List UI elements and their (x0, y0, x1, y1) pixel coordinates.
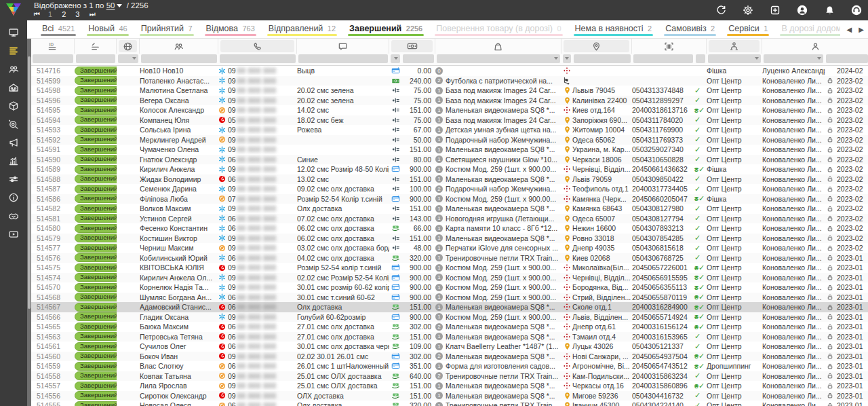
tab-7[interactable]: Повернення товару (в дорозі) 0 (429, 20, 568, 38)
sidebar-monitor-icon[interactable] (5, 26, 22, 39)
order-row-514593[interactable]: 514593ЗавершенийСольська Ірина0988 888 8… (31, 125, 868, 135)
order-row-514716[interactable]: 514716ЗавершенийНов10 Нов100988 888 888В… (31, 66, 868, 76)
column-filter-input-9[interactable] (437, 54, 560, 63)
order-row-514588[interactable]: 514588ЗавершенийЖидак Володимир0688 888 … (31, 174, 868, 185)
table-vertical-scrollbar[interactable] (27, 39, 31, 406)
tab-4[interactable]: Відмова 763 (199, 20, 262, 38)
column-filter-input-7[interactable] (391, 54, 400, 63)
column-filter-input-13[interactable] (696, 54, 705, 63)
last-page-icon[interactable]: ⏭ (89, 10, 94, 18)
order-row-514576[interactable]: 514576ЗавершенийКобилинський Юрий0688 88… (31, 253, 868, 263)
tab-6[interactable]: Завершений 2256 (342, 20, 429, 38)
avatar-icon[interactable] (796, 4, 808, 16)
order-row-514586[interactable]: 514586ЗавершенийФіліпова Люба0788 888 88… (31, 194, 868, 204)
column-header-barcode-icon[interactable] (632, 39, 707, 54)
sidebar-video-icon[interactable] (5, 227, 22, 241)
column-filter-input-16[interactable] (826, 54, 868, 63)
column-header-id-col-icon[interactable]: ID (31, 39, 75, 54)
column-header-hierarchy-icon[interactable] (707, 39, 762, 54)
tabs-scroll-right-icon[interactable]: ▶ (859, 26, 864, 33)
column-header-comment-icon[interactable] (297, 39, 389, 54)
tab-2[interactable]: Новый 46 (81, 20, 134, 38)
order-row-514568[interactable]: 514568ЗавершенийШумляс Богдана Ан...0688… (31, 293, 868, 303)
order-row-514577[interactable]: 514577ЗавершенийЧерниш Максим0988 888 88… (31, 243, 868, 253)
sidebar-info-icon[interactable] (5, 191, 22, 204)
sidebar-stats-icon[interactable] (5, 154, 22, 168)
first-page-icon[interactable]: ⏮ (34, 10, 39, 18)
tab-1[interactable]: Всі 4521 (35, 20, 81, 38)
per-page-select[interactable]: 50 (106, 1, 115, 10)
order-row-514590[interactable]: 514590ЗавершенийГнатюк Олексндр0688 888 … (31, 155, 868, 165)
gear-icon[interactable] (742, 4, 754, 16)
add-box-icon[interactable] (769, 4, 781, 16)
sidebar-warehouse-icon[interactable] (5, 81, 22, 94)
sidebar-sliders-icon[interactable] (5, 172, 22, 186)
order-row-514561[interactable]: 514561ЗавершенийСучилов Олег0688 888 888… (31, 342, 868, 352)
per-page-caret-icon[interactable] (117, 4, 122, 7)
column-header-pin-icon[interactable] (561, 39, 632, 54)
order-row-514575[interactable]: 514575ЗавершенийКВІТОВСЬКА ЮЛІЯ0988 888 … (31, 263, 868, 273)
order-row-514558[interactable]: 514558ЗавершенийКовпак Татьяна0988 888 8… (31, 371, 868, 382)
filter-dropdown-icon[interactable] (755, 57, 759, 60)
order-row-514599[interactable]: 514599ЗавершенийПотапенко Анастас...0988… (31, 76, 868, 86)
order-row-514592[interactable]: 514592ЗавершенийМерклингер Андрей0988 88… (31, 135, 868, 145)
column-filter-input-11[interactable] (574, 54, 631, 63)
column-filter-input-5[interactable] (220, 54, 296, 63)
order-row-514560[interactable]: 514560ЗавершенийБокоч Иван0988 888 88802… (31, 352, 868, 362)
column-filter-input-3[interactable] (118, 54, 138, 63)
filter-dropdown-icon[interactable] (565, 57, 569, 60)
sidebar-orders-list-icon[interactable] (5, 44, 22, 58)
order-row-514580[interactable]: 514580ЗавершенийФесенко Константин0688 8… (31, 223, 868, 234)
column-filter-input-4[interactable] (141, 54, 217, 63)
order-row-514594[interactable]: 514594ЗавершенийКомпанец Юля0588 888 888… (31, 115, 868, 126)
tab-3[interactable]: Прийнятий 7 (134, 20, 199, 38)
page-1[interactable]: 1 (48, 10, 52, 18)
column-header-globe-icon[interactable] (117, 39, 140, 54)
sidebar-handshake-icon[interactable] (5, 209, 22, 223)
column-filter-input-14[interactable] (708, 54, 761, 63)
support-icon[interactable] (850, 4, 863, 16)
filter-dropdown-icon[interactable] (554, 57, 558, 60)
order-row-514591[interactable]: 514591ЗавершенийЧумаченко Олена0988 888 … (31, 145, 868, 155)
order-row-514555[interactable]: 514555ЗавершенийНовосад Олеся0688 888 88… (31, 401, 868, 406)
column-filter-input-2[interactable] (76, 54, 115, 63)
column-header-person-icon[interactable] (762, 39, 868, 54)
column-header-customers-icon[interactable] (140, 39, 218, 54)
column-header-status-col-icon[interactable] (75, 39, 117, 54)
sidebar-package-icon[interactable] (5, 99, 22, 113)
order-row-514557[interactable]: 514557ЗавершенийЛила Ярослав0988 888 888… (31, 381, 868, 391)
page-3[interactable]: 3 (75, 10, 79, 18)
filter-dropdown-icon[interactable] (817, 57, 821, 60)
tab-10[interactable]: Сервіси 1 (722, 20, 774, 38)
column-filter-input-12[interactable] (633, 54, 693, 63)
bell-icon[interactable] (823, 4, 835, 16)
tab-9[interactable]: Самовивіз 2 (658, 20, 722, 38)
sidebar-megaphone-icon[interactable] (5, 136, 22, 149)
order-row-514574[interactable]: 514574ЗавершенийКирилич Анжела Ол...0988… (31, 273, 868, 283)
column-filter-input-10[interactable] (563, 54, 571, 63)
order-row-514595[interactable]: 514595ЗавершенийКолосок Александр0988 88… (31, 105, 868, 115)
column-filter-input-6[interactable] (298, 54, 388, 63)
tabs-scroll-left-icon[interactable]: ◀ (847, 26, 852, 33)
column-filter-input-8[interactable] (403, 54, 434, 63)
column-filter-input-15[interactable] (764, 54, 823, 63)
order-row-514559[interactable]: 514559ЗавершенийВлас Слотюу0688 888 8882… (31, 361, 868, 371)
order-row-514566[interactable]: 514566ЗавершенийГладик Оксана0988 888 88… (31, 312, 868, 322)
tab-5[interactable]: Відправлений 12 (262, 20, 342, 38)
order-row-514589[interactable]: 514589ЗавершенийКирилич Анжела0988 888 8… (31, 164, 868, 174)
order-row-514579[interactable]: 514579ЗавершенийКостишин Виктор0988 888 … (31, 234, 868, 244)
column-header-phone-icon[interactable] (218, 39, 297, 54)
order-row-514598[interactable]: 514598ЗавершенийМалютина Светлана0988 88… (31, 86, 868, 96)
refresh-icon[interactable] (715, 4, 727, 16)
scrollbar-thumb[interactable] (28, 56, 31, 309)
sidebar-cart-icon[interactable] (5, 117, 22, 131)
column-header-bag-icon[interactable] (435, 39, 561, 54)
order-row-514587[interactable]: 514587ЗавершенийСеменюк Дарина0988 888 8… (31, 184, 868, 194)
order-row-514567[interactable]: 514567ЗавершенийАдамовский Станис...0688… (31, 302, 868, 312)
order-row-514563[interactable]: 514563ЗавершенийПетровська Тетяна0688 88… (31, 332, 868, 342)
filter-dropdown-icon[interactable] (394, 57, 398, 60)
page-2[interactable]: 2 (62, 10, 66, 18)
tab-8[interactable]: Нема в наявності 2 (568, 20, 659, 38)
order-row-514556[interactable]: 514556ЗавершенийСиротюк Олександр0988 88… (31, 391, 868, 401)
filter-dropdown-icon[interactable] (132, 57, 136, 60)
